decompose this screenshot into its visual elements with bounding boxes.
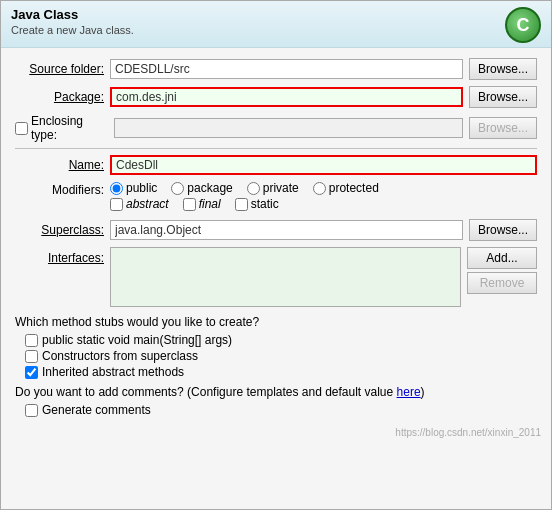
- modifiers-row1: public package private protected: [110, 181, 537, 195]
- enclosing-type-label: Enclosing type:: [31, 114, 104, 142]
- modifier-private-label[interactable]: private: [247, 181, 299, 195]
- java-class-dialog: Java Class Create a new Java class. C So…: [0, 0, 552, 510]
- modifier-public-radio[interactable]: [110, 182, 123, 195]
- interfaces-row: Interfaces: Add... Remove: [15, 247, 537, 307]
- modifier-package-label[interactable]: package: [171, 181, 232, 195]
- source-folder-label: Source folder:: [15, 62, 110, 76]
- source-folder-row: Source folder: Browse...: [15, 58, 537, 80]
- modifier-protected-label[interactable]: protected: [313, 181, 379, 195]
- modifier-final-text: final: [199, 197, 221, 211]
- modifiers-row2: abstract final static: [110, 197, 537, 211]
- stubs-section: Which method stubs would you like to cre…: [15, 315, 537, 379]
- modifier-static-text: static: [251, 197, 279, 211]
- superclass-label: Superclass:: [15, 223, 110, 237]
- enclosing-type-input: [114, 118, 463, 138]
- modifier-final-label[interactable]: final: [183, 197, 221, 211]
- superclass-row: Superclass: Browse...: [15, 219, 537, 241]
- eclipse-logo-icon: C: [505, 7, 541, 43]
- dialog-content: Source folder: Browse... Package: Browse…: [1, 48, 551, 427]
- package-row: Package: Browse...: [15, 86, 537, 108]
- dialog-subtitle: Create a new Java class.: [11, 24, 134, 36]
- modifier-package-radio[interactable]: [171, 182, 184, 195]
- modifier-abstract-text: abstract: [126, 197, 169, 211]
- stubs-main-checkbox[interactable]: [25, 334, 38, 347]
- stubs-main-label: public static void main(String[] args): [42, 333, 232, 347]
- stubs-option-constructors: Constructors from superclass: [25, 349, 537, 363]
- interfaces-box: [110, 247, 461, 307]
- modifier-static-checkbox[interactable]: [235, 198, 248, 211]
- modifier-package-text: package: [187, 181, 232, 195]
- modifiers-row: Modifiers: public package private: [15, 181, 537, 213]
- separator-1: [15, 148, 537, 149]
- modifier-public-text: public: [126, 181, 157, 195]
- interfaces-label: Interfaces:: [15, 247, 110, 265]
- modifier-abstract-checkbox[interactable]: [110, 198, 123, 211]
- source-folder-browse-button[interactable]: Browse...: [469, 58, 537, 80]
- comments-section: Do you want to add comments? (Configure …: [15, 385, 537, 399]
- title-bar: Java Class Create a new Java class. C: [1, 1, 551, 48]
- package-label: Package:: [15, 90, 110, 104]
- stubs-question: Which method stubs would you like to cre…: [15, 315, 537, 329]
- modifiers-label: Modifiers:: [15, 181, 110, 197]
- interfaces-remove-button: Remove: [467, 272, 537, 294]
- interfaces-buttons: Add... Remove: [467, 247, 537, 294]
- stubs-inherited-label: Inherited abstract methods: [42, 365, 184, 379]
- dialog-title: Java Class: [11, 7, 134, 22]
- modifier-static-label[interactable]: static: [235, 197, 279, 211]
- enclosing-type-row: Enclosing type: Browse...: [15, 114, 537, 142]
- comments-option: Generate comments: [25, 403, 537, 417]
- comments-question-end: ): [421, 385, 425, 399]
- comments-question: Do you want to add comments? (Configure …: [15, 385, 397, 399]
- enclosing-type-browse-button: Browse...: [469, 117, 537, 139]
- name-row: Name:: [15, 155, 537, 175]
- stubs-constructors-checkbox[interactable]: [25, 350, 38, 363]
- interfaces-add-button[interactable]: Add...: [467, 247, 537, 269]
- modifiers-content: public package private protected: [110, 181, 537, 213]
- stubs-constructors-label: Constructors from superclass: [42, 349, 198, 363]
- comments-link[interactable]: here: [397, 385, 421, 399]
- title-text: Java Class Create a new Java class.: [11, 7, 134, 36]
- source-folder-input[interactable]: [110, 59, 463, 79]
- name-input[interactable]: [110, 155, 537, 175]
- generate-comments-label: Generate comments: [42, 403, 151, 417]
- stubs-option-inherited: Inherited abstract methods: [25, 365, 537, 379]
- enclosing-type-checkbox-label[interactable]: Enclosing type:: [15, 114, 104, 142]
- stubs-inherited-checkbox[interactable]: [25, 366, 38, 379]
- generate-comments-checkbox[interactable]: [25, 404, 38, 417]
- name-label: Name:: [15, 158, 110, 172]
- superclass-input[interactable]: [110, 220, 463, 240]
- modifier-private-radio[interactable]: [247, 182, 260, 195]
- enclosing-type-checkbox[interactable]: [15, 122, 28, 135]
- stubs-option-main: public static void main(String[] args): [25, 333, 537, 347]
- watermark: https://blog.csdn.net/xinxin_2011: [1, 427, 551, 440]
- modifier-private-text: private: [263, 181, 299, 195]
- modifier-protected-radio[interactable]: [313, 182, 326, 195]
- modifier-abstract-label[interactable]: abstract: [110, 197, 169, 211]
- superclass-browse-button[interactable]: Browse...: [469, 219, 537, 241]
- modifier-public-label[interactable]: public: [110, 181, 157, 195]
- modifier-protected-text: protected: [329, 181, 379, 195]
- package-browse-button[interactable]: Browse...: [469, 86, 537, 108]
- modifier-final-checkbox[interactable]: [183, 198, 196, 211]
- package-input[interactable]: [110, 87, 463, 107]
